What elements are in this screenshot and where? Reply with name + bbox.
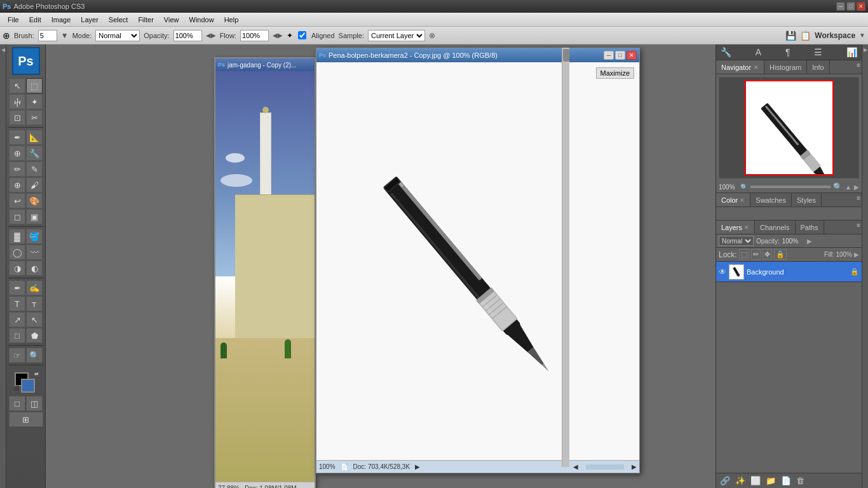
layers-opacity-arrow[interactable]: ▶: [807, 238, 812, 245]
menu-file[interactable]: File: [3, 15, 24, 25]
art-brush[interactable]: 🎨: [26, 193, 43, 208]
eyedropper-tool[interactable]: ✒: [9, 130, 25, 145]
zoom-slider[interactable]: [750, 186, 831, 188]
menu-edit[interactable]: Edit: [24, 15, 46, 25]
nav-panel-options[interactable]: ▶: [854, 184, 859, 191]
move-tool[interactable]: ↖: [9, 78, 25, 93]
layers-fill-arrow[interactable]: ▶: [854, 251, 859, 258]
menu-filter[interactable]: Filter: [133, 15, 158, 25]
tab-histogram[interactable]: Histogram: [764, 60, 807, 74]
opacity-input[interactable]: [173, 30, 202, 41]
type-tool[interactable]: T: [9, 296, 25, 311]
menu-select[interactable]: Select: [104, 15, 133, 25]
lock-position-icon[interactable]: ✥: [763, 249, 772, 260]
switch-colors-icon[interactable]: ⇄: [34, 371, 39, 377]
sample-select[interactable]: Current Layer: [368, 30, 425, 41]
quickmask-mode[interactable]: ◫: [26, 396, 43, 411]
layers-panel-menu[interactable]: ≡: [855, 220, 862, 234]
menu-help[interactable]: Help: [219, 15, 244, 25]
left-panel-collapse[interactable]: ◀: [0, 44, 6, 488]
zoom-in-icon[interactable]: 🔍: [833, 182, 843, 191]
new-layer-btn[interactable]: 📄: [780, 475, 792, 487]
pen-doc-scroll-left[interactable]: ◀: [573, 463, 578, 470]
shape-tool[interactable]: □: [9, 328, 25, 343]
right-panel-collapse[interactable]: ▶: [862, 44, 868, 488]
burn-tool[interactable]: ◐: [26, 261, 43, 276]
brush-tool[interactable]: ✏: [9, 161, 25, 177]
tab-info[interactable]: Info: [807, 60, 829, 74]
scroll-thumb[interactable]: [563, 49, 569, 62]
flow-input[interactable]: [240, 30, 269, 41]
layer-row-background[interactable]: 👁 Background 🔒: [716, 262, 862, 282]
rp-icon-2[interactable]: A: [754, 46, 763, 58]
color-panel-menu[interactable]: ≡: [855, 193, 862, 207]
blur-tool[interactable]: ◯: [9, 245, 25, 260]
maximize-button[interactable]: □: [846, 2, 855, 11]
rp-icon-4[interactable]: ☰: [812, 46, 824, 58]
tab-swatches[interactable]: Swatches: [750, 193, 792, 207]
direct-select[interactable]: ↖: [26, 312, 43, 327]
zoom-out-icon[interactable]: 🔍: [740, 184, 748, 191]
patch-tool[interactable]: 🔧: [26, 146, 43, 161]
nav-panel-menu[interactable]: ≡: [855, 60, 862, 74]
rp-icon-1[interactable]: 🔧: [719, 46, 733, 58]
brush-size-input[interactable]: [38, 30, 57, 41]
tab-paths[interactable]: Paths: [796, 220, 824, 234]
add-mask-btn[interactable]: ⬜: [749, 475, 762, 487]
lasso-tool[interactable]: ⴕ: [9, 94, 25, 109]
close-button[interactable]: ✕: [857, 2, 865, 11]
rp-icon-5[interactable]: 📊: [844, 46, 859, 58]
pattern-stamp[interactable]: 🖌: [26, 177, 43, 193]
pen-doc-close[interactable]: ✕: [627, 51, 637, 60]
measure-tool[interactable]: 📐: [26, 130, 43, 145]
aligned-checkbox[interactable]: [298, 31, 306, 39]
link-layers-btn[interactable]: 🔗: [719, 475, 731, 487]
vertical-scrollbar[interactable]: [562, 48, 569, 467]
tab-channels[interactable]: Channels: [755, 220, 795, 234]
bg-document-window[interactable]: Ps jam-gadang - Copy (2)...: [214, 57, 316, 488]
nav-panel-expand[interactable]: ▲: [845, 184, 851, 191]
minimize-button[interactable]: ─: [836, 2, 845, 11]
gradient-tool[interactable]: ▓: [9, 229, 25, 244]
pen-tool[interactable]: ✒: [9, 280, 25, 295]
slice-tool[interactable]: ✂: [26, 110, 43, 125]
nav-close-icon[interactable]: ✕: [754, 64, 759, 71]
clone-stamp[interactable]: ⊕: [9, 177, 25, 193]
add-style-btn[interactable]: ✨: [734, 475, 747, 487]
history-brush[interactable]: ↩: [9, 193, 25, 208]
lock-transparency-icon[interactable]: ⬚: [739, 249, 749, 260]
lock-all-icon[interactable]: 🔒: [774, 249, 787, 260]
delete-layer-btn[interactable]: 🗑: [795, 475, 806, 487]
vtype-tool[interactable]: ᴛ: [26, 296, 43, 311]
pen-doc-title-bar[interactable]: Ps Pena-bolpen-berkamera2 - Copy.jpg @ 1…: [316, 48, 639, 62]
default-colors-icon[interactable]: ⬛: [13, 386, 20, 391]
mode-select[interactable]: Normal: [95, 30, 140, 41]
bg-doc-title-bar[interactable]: Ps jam-gadang - Copy (2)...: [215, 58, 315, 71]
standard-mode[interactable]: □: [9, 396, 25, 411]
zoom-tool[interactable]: 🔍: [26, 348, 43, 363]
heal-brush[interactable]: ⊕: [9, 146, 25, 161]
new-group-btn[interactable]: 📁: [764, 475, 777, 487]
menu-image[interactable]: Image: [46, 15, 76, 25]
pen-doc-scroll-right[interactable]: ▶: [632, 463, 637, 470]
layers-close-icon[interactable]: ✕: [744, 224, 749, 231]
pen-doc-arrow[interactable]: ▶: [415, 463, 420, 470]
paint-bucket[interactable]: 🪣: [26, 229, 43, 244]
screen-mode[interactable]: ⊞: [9, 412, 43, 427]
smudge-tool[interactable]: 〰: [26, 245, 43, 260]
menu-layer[interactable]: Layer: [76, 15, 104, 25]
marquee-tool[interactable]: ⬚: [26, 78, 43, 93]
pen-doc-scrollbar[interactable]: [586, 464, 624, 470]
dodge-tool[interactable]: ◑: [9, 261, 25, 276]
path-select[interactable]: ↗: [9, 312, 25, 327]
tab-navigator[interactable]: Navigator ✕: [716, 60, 764, 74]
custom-shape[interactable]: ⬟: [26, 328, 43, 343]
pen-doc-minimize[interactable]: ─: [604, 51, 614, 60]
tab-color[interactable]: Color ✕: [716, 193, 750, 207]
pen-document-window[interactable]: Ps Pena-bolpen-berkamera2 - Copy.jpg @ 1…: [316, 48, 640, 473]
tab-layers[interactable]: Layers ✕: [716, 220, 755, 234]
maximize-button[interactable]: Maximize: [596, 67, 634, 79]
tab-styles[interactable]: Styles: [792, 193, 822, 207]
magic-wand[interactable]: ✦: [26, 94, 43, 109]
menu-view[interactable]: View: [159, 15, 184, 25]
